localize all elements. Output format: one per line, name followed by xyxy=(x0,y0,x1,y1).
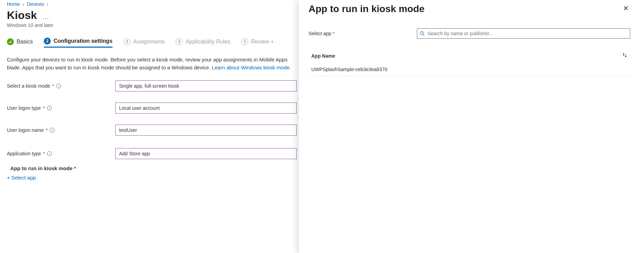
step-number-icon: 4 xyxy=(176,38,183,45)
learn-link[interactable]: Learn xyxy=(212,65,225,70)
required-indicator: * xyxy=(43,105,45,111)
app-selector-flyout: App to run in kiosk mode ✕ Select app * … xyxy=(299,0,644,253)
step-applicability-rules[interactable]: 4 Applicability Rules xyxy=(176,38,230,47)
svg-point-0 xyxy=(420,32,423,35)
required-indicator: * xyxy=(52,83,54,89)
step-label: Basics xyxy=(17,39,33,45)
table-header: App Name xyxy=(309,52,630,62)
application-type-dropdown[interactable]: Add Store app xyxy=(115,148,297,159)
learn-kiosk-link[interactable]: about Windows kiosk mode xyxy=(226,65,290,70)
required-indicator: * xyxy=(74,165,76,171)
close-icon[interactable]: ✕ xyxy=(622,3,630,13)
step-label: Review + xyxy=(251,39,274,45)
kiosk-mode-label: Select a kiosk mode xyxy=(7,83,50,89)
sort-icon[interactable] xyxy=(622,52,627,59)
select-app-link[interactable]: + Select app xyxy=(7,175,36,181)
required-indicator: * xyxy=(333,31,334,36)
required-indicator: * xyxy=(43,151,45,156)
step-label: Applicability Rules xyxy=(185,39,230,45)
logon-type-dropdown[interactable]: Local user account xyxy=(115,103,297,114)
breadcrumb-devices[interactable]: Devices xyxy=(27,1,44,7)
logon-type-label: User logon type xyxy=(7,105,41,111)
flyout-title: App to run in kiosk mode xyxy=(309,3,425,14)
more-actions-button[interactable]: … xyxy=(42,13,48,21)
column-header-app-name[interactable]: App Name xyxy=(311,53,335,59)
step-number-icon: 2 xyxy=(44,38,51,45)
step-configuration-settings[interactable]: 2 Configuration settings xyxy=(44,38,113,48)
step-assignments[interactable]: 3 Assignments xyxy=(124,38,165,47)
table-row[interactable]: UWPSplashSample-ceb3e3ea8370 xyxy=(309,63,630,76)
breadcrumb-home[interactable]: Home xyxy=(7,1,20,7)
step-basics[interactable]: Basics xyxy=(7,38,33,47)
search-input[interactable] xyxy=(417,28,630,39)
app-to-run-label: App to run in kiosk mode * xyxy=(10,165,297,171)
breadcrumb: Home › Devices › xyxy=(7,1,297,7)
required-indicator: * xyxy=(46,127,48,133)
page-subtitle: Windows 10 and later xyxy=(7,22,297,28)
step-number-icon: 5 xyxy=(241,38,248,45)
wizard-steps: Basics 2 Configuration settings 3 Assign… xyxy=(7,38,297,48)
check-icon xyxy=(7,38,14,45)
logon-name-label: User logon name xyxy=(7,127,44,133)
chevron-right-icon: › xyxy=(22,1,24,7)
step-number-icon: 3 xyxy=(124,38,130,45)
info-icon[interactable]: i xyxy=(56,84,61,88)
step-label: Assignments xyxy=(133,39,165,45)
info-icon[interactable]: i xyxy=(50,128,55,133)
kiosk-mode-dropdown[interactable]: Single app, full-screen kiosk xyxy=(115,80,297,91)
step-review[interactable]: 5 Review + xyxy=(241,38,274,47)
application-type-label: Application type xyxy=(7,151,41,156)
logon-name-input[interactable] xyxy=(115,125,297,136)
info-icon[interactable]: i xyxy=(47,106,52,110)
intro-text: Configure your devices to run in kiosk m… xyxy=(7,56,297,71)
info-icon[interactable]: i xyxy=(47,151,52,156)
page-title: Kiosk xyxy=(7,9,37,22)
search-icon xyxy=(420,31,425,36)
chevron-right-icon: › xyxy=(47,1,49,7)
select-app-label: Select app xyxy=(309,31,331,36)
step-label: Configuration settings xyxy=(53,38,113,44)
